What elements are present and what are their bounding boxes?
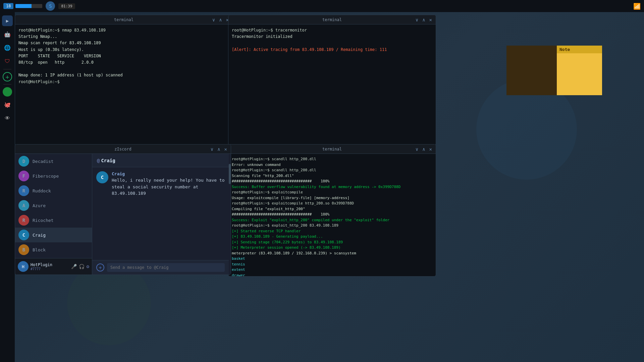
terminal-1-title: terminal	[114, 17, 133, 22]
chat-input-area: +	[92, 260, 229, 275]
terminal-2-collapse-btn[interactable]: ∨	[415, 17, 419, 22]
current-username: HotPlugin	[31, 262, 69, 267]
user-name-azure: Azure	[33, 203, 46, 208]
t3-l11: #################################### 100…	[232, 212, 432, 218]
ziscord-body: D Decadist F Fiberscope R Ruddock A Azur…	[15, 154, 231, 275]
ziscord-sidebar: D Decadist F Fiberscope R Ruddock A Azur…	[15, 154, 92, 275]
dock-network-icon[interactable]: 🐙	[2, 99, 13, 110]
user-avatar-azure: A	[18, 200, 29, 211]
t3-l16: [+] Sending stage (704,229 bytes) to 83.…	[232, 240, 432, 245]
settings-icon[interactable]: ⚙	[87, 264, 89, 269]
chat-messages: C Craig Hello, i really need your help! …	[92, 167, 229, 260]
t3-l12: Success: Exploit "exploit_http_200" comp…	[232, 218, 432, 223]
terminal-3-body: root@HotPlugin:~$ scandll http_200.dll E…	[228, 154, 436, 276]
ziscord-footer: H HotPlugin #7777 🎤 🎧 ⚙	[15, 258, 92, 275]
t3-l4: Scanning file "http_200.dll"	[232, 173, 432, 179]
user-avatar-block: B	[18, 244, 29, 255]
t3-l1: root@HotPlugin:~$ scandll http_200.dll	[232, 157, 432, 162]
terminal-3-collapse-btn[interactable]: ∨	[415, 146, 419, 152]
term-line-9: root@HotPlugin:~$	[18, 79, 229, 85]
t3-l3: root@HotPlugin:~$ scandll http_200.dll	[232, 168, 432, 173]
headphone-icon[interactable]: 🎧	[79, 264, 85, 269]
terminal-3-close-btn[interactable]: ✕	[428, 146, 433, 152]
dock-robot-icon[interactable]: 🤖	[2, 29, 13, 40]
current-user-tag: #7777	[31, 267, 69, 271]
user-item-ricochet[interactable]: R Ricochet	[15, 213, 92, 228]
ziscord-titlebar: zIscord ∨ ∧ ✕	[15, 144, 231, 154]
note-header: Note	[557, 46, 602, 53]
taskbar-progress-fill	[15, 4, 32, 8]
t2-line-3	[232, 40, 432, 46]
ziscord-close-btn[interactable]: ✕	[223, 146, 228, 152]
note-body[interactable]	[557, 53, 602, 57]
user-item-fiberscope[interactable]: F Fiberscope	[15, 169, 92, 183]
terminal-1-body: root@HotPlugin:~$ nmap 83.49.108.189 Sta…	[15, 24, 232, 145]
user-avatar-ruddock: R	[18, 185, 29, 196]
terminal-2-titlebar: terminal ∨ ∧ ✕	[228, 15, 436, 24]
user-name-ricochet: Ricochet	[33, 218, 54, 223]
terminal-3-controls: ∨ ∧ ✕	[415, 146, 433, 152]
dock-shield-icon[interactable]: 🛡	[2, 56, 13, 66]
wifi-icon: 📶	[633, 3, 641, 10]
message-text-craig: Hello, i really need your help! You have…	[112, 177, 225, 197]
terminal-3-titlebar: terminal ∨ ∧ ✕	[228, 144, 436, 154]
current-user-avatar: H	[18, 261, 29, 272]
t3-l5: #################################### 100…	[232, 179, 432, 184]
dock-add-button[interactable]: +	[3, 72, 12, 81]
terminal-3-maximize-btn[interactable]: ∧	[421, 146, 426, 152]
dock: ▶ 🤖 🌐 🛡 + 🐙 👁	[0, 12, 15, 362]
dock-eye-icon[interactable]: 👁	[2, 113, 13, 123]
t3-l20: tennis	[232, 262, 432, 267]
terminal-2-maximize-btn[interactable]: ∧	[421, 17, 426, 22]
chat-message-input[interactable]	[107, 263, 225, 272]
dock-separator-2	[3, 84, 11, 84]
user-name-ruddock: Ruddock	[33, 188, 51, 193]
term-line-6: 80/tcp open http 2.0.0	[18, 59, 229, 66]
t3-l6: Success: Buffer overflow vulnerability f…	[232, 184, 432, 190]
dock-separator	[3, 69, 11, 69]
user-item-azure[interactable]: A Azure	[15, 198, 92, 213]
mic-icon[interactable]: 🎤	[71, 264, 77, 269]
terminal-1-collapse-btn[interactable]: ∨	[211, 17, 216, 22]
dock-terminal-icon[interactable]: ▶	[2, 15, 13, 26]
t2-line-1: root@HotPlugin:~$ tracermonitor	[232, 27, 432, 34]
term-line-8: Nmap done: 1 IP address (1 host up) scan…	[18, 72, 229, 78]
user-item-block[interactable]: B Block	[15, 242, 92, 257]
chat-add-attachment-button[interactable]: +	[96, 263, 104, 272]
chat-scrollbar[interactable]	[229, 154, 231, 275]
taskbar: 18 S 81:39 📶	[0, 0, 644, 12]
user-item-craig[interactable]: C Craig	[15, 228, 92, 242]
terminal-1-maximize-btn[interactable]: ∧	[218, 17, 223, 22]
terminal-3-title: terminal	[322, 147, 342, 152]
user-name-fiberscope: Fiberscope	[33, 174, 59, 179]
terminal-2-close-btn[interactable]: ✕	[428, 17, 433, 22]
term-line-2: Starting Nmap...	[18, 34, 229, 40]
taskbar-time: 81:39	[58, 3, 75, 9]
user-name-decadist: Decadist	[33, 159, 54, 164]
t3-l22: drawer	[232, 273, 432, 277]
t3-l8: Usage: exploitcompile [library-file] [me…	[232, 195, 432, 201]
terminal-2-window: terminal ∨ ∧ ✕ root@HotPlugin:~$ tracerm…	[228, 15, 436, 145]
t3-l15: [+] 83.49.108.189 - Generating payload..…	[232, 234, 432, 240]
t2-line-2: Tracermonitor initialized	[232, 34, 432, 40]
ziscord-collapse-btn[interactable]: ∨	[210, 146, 214, 152]
dock-globe-icon[interactable]: 🌐	[2, 42, 13, 53]
t3-l13: root@HotPlugin:~$ exploit_http_200 83.49…	[232, 223, 432, 229]
ziscord-maximize-btn[interactable]: ∧	[216, 146, 221, 152]
note-widget: Note	[557, 46, 602, 95]
footer-icons: 🎤 🎧 ⚙	[71, 264, 89, 269]
terminal-3-window: terminal ∨ ∧ ✕ root@HotPlugin:~$ scandll…	[228, 144, 436, 277]
user-item-ruddock[interactable]: R Ruddock	[15, 183, 92, 198]
user-item-decadist[interactable]: D Decadist	[15, 154, 92, 169]
terminal-1-controls: ∨ ∧ ✕	[211, 17, 230, 22]
user-avatar-decadist: D	[18, 156, 29, 167]
terminal-2-title: terminal	[322, 17, 342, 22]
ziscord-title: zIscord	[114, 147, 131, 152]
t3-l7: root@HotPlugin:~$ exploitcompile	[232, 190, 432, 195]
ziscord-chat-panel: Craig C Craig Hello, i really need your …	[92, 154, 229, 275]
terminal-2-controls: ∨ ∧ ✕	[415, 17, 433, 22]
terminal-2-body: root@HotPlugin:~$ tracermonitor Tracermo…	[228, 24, 436, 145]
chat-scrollbar-thumb[interactable]	[229, 164, 231, 184]
dock-green-indicator[interactable]	[3, 87, 12, 97]
t3-l14: [+] Started reverse TCP handler	[232, 229, 432, 234]
